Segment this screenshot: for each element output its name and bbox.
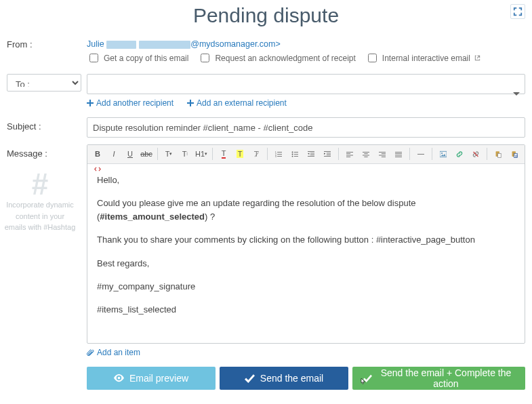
- link-button[interactable]: [452, 147, 467, 161]
- plus-icon: [187, 100, 194, 106]
- message-label: Message :: [7, 144, 87, 159]
- svg-rect-17: [327, 153, 331, 153]
- toolbar-separator: [212, 148, 213, 160]
- svg-rect-1: [277, 154, 282, 155]
- plus-icon: [87, 100, 94, 106]
- svg-point-38: [441, 152, 443, 153]
- svg-rect-36: [417, 154, 424, 155]
- svg-rect-20: [346, 152, 353, 153]
- align-right-button[interactable]: [375, 147, 390, 161]
- paste-button[interactable]: [491, 147, 506, 161]
- svg-rect-2: [277, 156, 282, 157]
- body-line: Hello,: [97, 174, 515, 187]
- svg-rect-14: [310, 154, 314, 155]
- svg-rect-27: [364, 156, 367, 157]
- svg-rect-30: [379, 155, 386, 155]
- editor-toolbar: B I U abc T▾ T⁝ H1▾ T T T̷ 123: [87, 145, 525, 164]
- svg-rect-9: [294, 154, 298, 155]
- bg-color-button[interactable]: T: [232, 147, 247, 161]
- external-link-icon: [474, 54, 481, 62]
- svg-rect-11: [294, 156, 298, 157]
- from-name: Julie: [87, 39, 104, 49]
- outdent-button[interactable]: [304, 147, 319, 161]
- hr-button[interactable]: [413, 147, 428, 161]
- hashtag-hint: # Incorporate dynamic content in your em…: [0, 169, 80, 233]
- checkbox-input[interactable]: [368, 54, 377, 62]
- send-complete-button[interactable]: Send the email + Complete the action: [352, 367, 525, 390]
- expand-icon: [513, 7, 523, 16]
- hash-icon: #: [4, 169, 76, 199]
- subject-label: Subject :: [7, 117, 87, 132]
- toolbar-separator: [157, 148, 158, 160]
- svg-rect-37: [440, 151, 447, 157]
- toolbar-separator: [267, 148, 268, 160]
- body-line: Thank you to share your comments by clic…: [97, 233, 515, 247]
- to-type-select[interactable]: To :: [7, 74, 81, 92]
- hint-text: Incorporate dynamic content in your emai…: [4, 199, 76, 233]
- toolbar-separator: [487, 148, 487, 160]
- svg-point-6: [292, 151, 293, 153]
- check-icon: [245, 373, 255, 383]
- svg-text:W: W: [514, 154, 518, 157]
- body-line: Could you please give me an update regar…: [97, 197, 515, 224]
- align-left-button[interactable]: [342, 147, 357, 161]
- checkbox-label: Request an acknowledgment of receipt: [215, 54, 355, 63]
- checkbox-input[interactable]: [89, 54, 98, 62]
- font-family-button[interactable]: T⁝: [178, 147, 192, 161]
- unordered-list-button[interactable]: [287, 147, 302, 161]
- svg-rect-15: [308, 156, 314, 157]
- rich-text-editor: B I U abc T▾ T⁝ H1▾ T T T̷ 123: [87, 144, 525, 344]
- svg-rect-32: [395, 152, 402, 153]
- redacted-segment: [139, 41, 190, 49]
- svg-rect-28: [379, 152, 386, 153]
- paste-word-button[interactable]: W: [507, 147, 522, 161]
- add-external-recipient-link[interactable]: Add an external recipient: [187, 98, 287, 108]
- svg-rect-26: [363, 155, 369, 155]
- svg-point-8: [292, 153, 293, 155]
- checkbox-get-copy[interactable]: Get a copy of this email: [87, 52, 188, 64]
- align-center-button[interactable]: [359, 147, 373, 161]
- align-justify-button[interactable]: [391, 147, 406, 161]
- unlink-button[interactable]: [468, 147, 483, 161]
- body-line: #items_list_selected: [97, 303, 515, 317]
- add-another-recipient-link[interactable]: Add another recipient: [87, 98, 173, 108]
- toolbar-separator: [409, 148, 410, 160]
- strike-button[interactable]: abc: [139, 147, 154, 161]
- svg-rect-34: [395, 155, 402, 155]
- svg-rect-16: [324, 151, 331, 152]
- italic-button[interactable]: I: [106, 147, 121, 161]
- checkbox-internal[interactable]: Internal interactive email: [365, 52, 481, 64]
- link-label: Add an item: [97, 348, 140, 357]
- svg-point-10: [292, 155, 293, 157]
- svg-rect-19: [324, 156, 331, 157]
- body-line: Best regards,: [97, 257, 515, 270]
- checkbox-input[interactable]: [201, 54, 209, 62]
- svg-rect-22: [346, 155, 353, 155]
- checkbox-receipt[interactable]: Request an acknowledgment of receipt: [198, 52, 355, 64]
- to-input[interactable]: [87, 74, 525, 94]
- subject-input[interactable]: [87, 117, 525, 138]
- expand-button[interactable]: [510, 4, 525, 19]
- font-size-button[interactable]: T▾: [161, 147, 176, 161]
- bold-button[interactable]: B: [90, 147, 105, 161]
- text-color-button[interactable]: T: [216, 147, 231, 161]
- redacted-segment: [106, 41, 136, 49]
- image-button[interactable]: [436, 147, 451, 161]
- send-email-button[interactable]: Send the email: [220, 367, 348, 390]
- attachment-icon: [87, 349, 94, 357]
- email-preview-button[interactable]: Email preview: [87, 367, 216, 390]
- check-icon: [363, 373, 372, 383]
- link-label: Add an external recipient: [197, 98, 287, 108]
- svg-rect-18: [327, 154, 331, 155]
- clear-format-button[interactable]: T̷: [249, 147, 264, 161]
- underline-button[interactable]: U: [123, 147, 138, 161]
- link-label: Add another recipient: [96, 98, 173, 108]
- editor-textarea[interactable]: Hello, Could you please give me an updat…: [87, 164, 525, 343]
- heading-button[interactable]: H1▾: [194, 147, 209, 161]
- svg-rect-41: [498, 153, 502, 157]
- indent-button[interactable]: [320, 147, 335, 161]
- ordered-list-button[interactable]: 123: [271, 147, 286, 161]
- toolbar-separator: [338, 148, 339, 160]
- svg-rect-31: [382, 156, 386, 157]
- add-item-link[interactable]: Add an item: [87, 348, 140, 357]
